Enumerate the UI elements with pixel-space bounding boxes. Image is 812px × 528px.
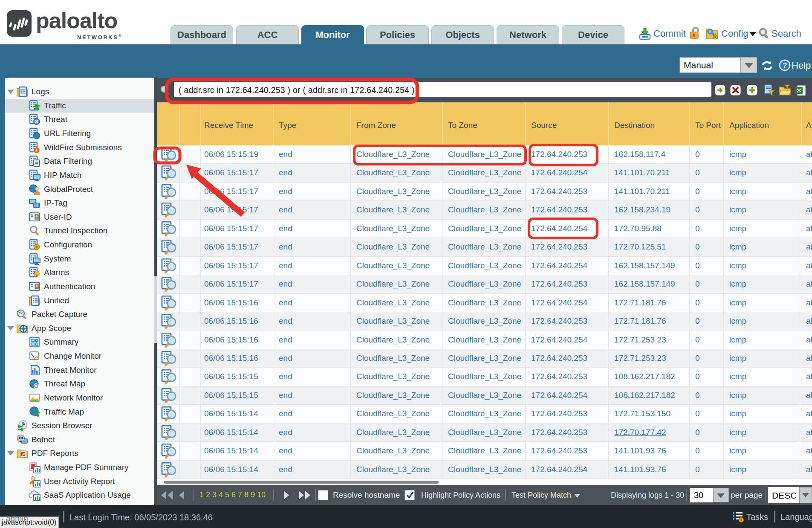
svg-text:A: A [22, 453, 25, 456]
svg-text:?: ? [783, 61, 787, 70]
